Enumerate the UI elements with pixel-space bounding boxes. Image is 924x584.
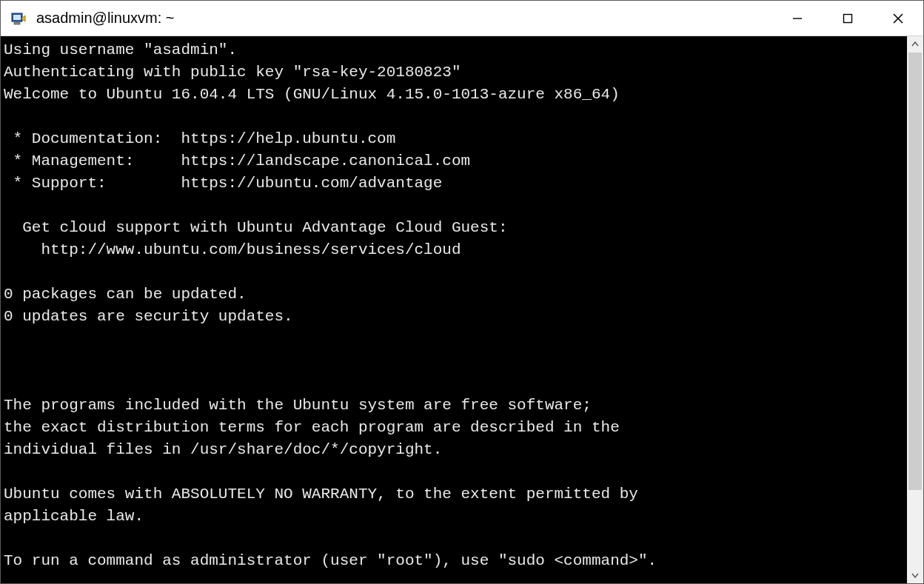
close-button[interactable] [873,1,923,36]
window-title: asadmin@linuxvm: ~ [35,10,772,27]
scroll-track[interactable] [907,53,923,567]
putty-window: asadmin@linuxvm: ~ Using username "asadm… [0,0,924,584]
scroll-up-arrow-icon[interactable] [907,36,923,53]
vertical-scrollbar[interactable] [907,36,923,583]
svg-rect-4 [844,14,852,22]
svg-rect-2 [14,22,20,24]
scroll-thumb[interactable] [908,53,922,490]
window-controls [772,1,923,36]
titlebar[interactable]: asadmin@linuxvm: ~ [1,1,923,36]
svg-rect-1 [13,15,21,20]
client-area: Using username "asadmin". Authenticating… [1,36,923,583]
scroll-down-arrow-icon[interactable] [907,567,923,583]
maximize-button[interactable] [823,1,873,36]
terminal-output[interactable]: Using username "asadmin". Authenticating… [1,36,907,583]
putty-icon [8,8,29,29]
minimize-button[interactable] [772,1,823,36]
